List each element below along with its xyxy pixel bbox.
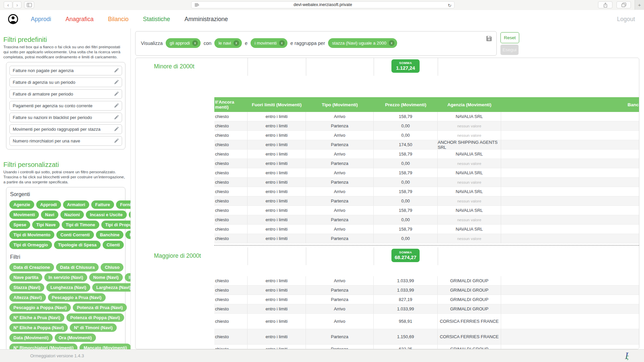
tab-overview-button[interactable] xyxy=(616,1,631,8)
new-tab-button[interactable]: + xyxy=(635,0,644,10)
table-row[interactable]: chiesto entro i limiti Arrivo 158,79 NAV… xyxy=(214,206,639,215)
table-row[interactable]: chiesto entro i limiti Partenza 632,25 G… xyxy=(214,345,639,349)
filter-pill[interactable]: Data di Chiusura xyxy=(56,263,99,272)
filter-pill[interactable]: Clienti xyxy=(103,241,124,249)
pencil-icon[interactable] xyxy=(114,115,119,120)
filter-pill[interactable]: IMO (Navi) xyxy=(125,273,131,282)
filter-pill[interactable]: N° Eliche a Poppa (Navi) xyxy=(9,323,68,332)
filter-pill[interactable]: Banchine xyxy=(96,231,124,239)
query-chip[interactable]: stazza (Navi) uguale a 2000 x xyxy=(328,38,397,48)
pencil-icon[interactable] xyxy=(114,127,119,132)
filter-pill[interactable]: Navi xyxy=(41,210,58,219)
nav-item[interactable]: Statistiche xyxy=(143,16,170,23)
sidebar-toggle-button[interactable] xyxy=(24,1,34,8)
query-chip[interactable]: le navi x xyxy=(214,38,242,48)
filter-pill[interactable]: Porti xyxy=(125,231,131,239)
filter-pill[interactable]: Fornitori xyxy=(116,200,131,209)
filter-pill[interactable]: Tipi di Ormeggio xyxy=(9,241,52,249)
filter-pill[interactable]: Incassi e Uscite xyxy=(86,210,127,219)
pencil-icon[interactable] xyxy=(114,138,119,143)
filter-pill[interactable]: Nome (Navi) xyxy=(89,273,123,282)
table-row[interactable]: chiesto entro i limiti Arrivo 158,79 NAV… xyxy=(214,149,639,159)
filter-pill[interactable]: Data (Movimenti) xyxy=(9,334,53,342)
query-chip[interactable]: i movimenti x xyxy=(251,38,287,48)
table-row[interactable]: chiesto entro i limiti Partenza 0,00 nes… xyxy=(214,159,639,168)
filter-pill[interactable]: Mancato (Movimenti) xyxy=(79,344,131,349)
filter-pill[interactable]: Conti Correnti xyxy=(56,231,94,239)
table-row[interactable]: chiesto entro i limiti Partenza 0,00 nes… xyxy=(214,234,639,243)
query-chip[interactable]: gli approdi x xyxy=(166,38,201,48)
table-row[interactable]: chiesto entro i limiti Partenza 0,00 nes… xyxy=(214,196,639,206)
table-row[interactable]: chiesto entro i limiti Arrivo 1.033,99 G… xyxy=(214,304,639,314)
table-row[interactable]: chiesto entro i limiti Partenza 174,50 A… xyxy=(214,140,639,149)
table-row[interactable]: chiesto entro i limiti Arrivo 958,91 COR… xyxy=(214,314,639,329)
filter-pill[interactable]: Pescaggio a Poppa (Navi) xyxy=(9,303,71,312)
table-row[interactable]: chiesto entro i limiti Arrivo 158,79 NAV… xyxy=(214,187,639,196)
user-logo-icon[interactable] xyxy=(8,14,18,24)
filter-pill[interactable]: Potenza di Prua (Navi) xyxy=(73,303,127,312)
predefined-filter[interactable]: Fatture su nazioni in blacklist per peri… xyxy=(9,113,122,122)
reader-icon[interactable] xyxy=(195,3,199,7)
pencil-icon[interactable] xyxy=(114,80,119,85)
save-icon[interactable] xyxy=(486,36,492,41)
table-row[interactable]: chiesto entro i limiti Arrivo 1.033,99 G… xyxy=(214,276,639,286)
browser-forward-button[interactable]: › xyxy=(13,1,21,8)
filter-pill[interactable]: Spese xyxy=(9,221,30,229)
filter-pill[interactable]: Altezza (Navi) xyxy=(9,293,46,302)
predefined-filter[interactable]: Fatture non pagate per agenzia xyxy=(9,66,122,75)
filter-pill[interactable]: In servizio (Navi) xyxy=(44,273,87,282)
nav-item[interactable]: Bilancio xyxy=(108,16,128,23)
nav-item[interactable]: Anagrafica xyxy=(65,16,94,23)
logout-link[interactable]: Logout xyxy=(617,10,635,28)
predefined-filter[interactable]: Pagamenti per agenzia su conto corrente xyxy=(9,101,122,111)
table-row[interactable]: chiesto entro i limiti Partenza 1.033,99… xyxy=(214,286,639,295)
table-row[interactable]: chiesto entro i limiti Arrivo 0,00 nessu… xyxy=(214,131,639,140)
filter-pill[interactable]: Pescaggio a Prua (Navi) xyxy=(48,293,106,302)
filter-pill[interactable]: Tipologie di Spesa xyxy=(54,241,101,249)
remove-icon[interactable]: x xyxy=(389,40,394,46)
filter-pill[interactable]: Lunghezza (Navi) xyxy=(46,283,90,292)
predefined-filter[interactable]: Numero rimorchiatori per una nave xyxy=(9,136,122,146)
filter-pill[interactable]: Persone xyxy=(129,210,131,219)
filter-pill[interactable]: Larghezza (Navi) xyxy=(92,283,131,292)
esegui-button[interactable]: Esegui xyxy=(500,45,519,55)
filter-pill[interactable]: Tipi Nave xyxy=(32,221,60,229)
pencil-icon[interactable] xyxy=(114,68,119,73)
table-row[interactable]: chiesto entro i limiti Partenza 0,00 nes… xyxy=(214,178,639,187)
filter-pill[interactable]: Approdi xyxy=(36,200,61,209)
filter-pill[interactable]: Fatture xyxy=(91,200,114,209)
filter-pill[interactable]: Potenza di Poppa (Navi) xyxy=(66,313,124,322)
predefined-filter[interactable]: Movimenti per periodo raggruppati per st… xyxy=(9,124,122,134)
nav-item[interactable]: Amministrazione xyxy=(184,16,228,23)
table-row[interactable]: chiesto entro i limiti Partenza 0,00 nes… xyxy=(214,121,639,131)
table-row[interactable]: chiesto entro i limiti Arrivo 158,79 NAV… xyxy=(214,112,639,121)
filter-pill[interactable]: N° Rimorchiatori (Movimenti) xyxy=(9,344,77,349)
filter-pill[interactable]: N° Eliche a Prua (Navi) xyxy=(9,313,64,322)
filter-pill[interactable]: Tipi di Timone xyxy=(62,221,99,229)
filter-pill[interactable]: N° di Timoni (Navi) xyxy=(70,323,116,332)
filter-pill[interactable]: Data di Creazione xyxy=(9,263,54,272)
filter-pill[interactable]: Stazza (Navi) xyxy=(9,283,44,292)
browser-back-button[interactable]: ‹ xyxy=(4,1,12,8)
remove-icon[interactable]: x xyxy=(279,40,285,46)
address-bar[interactable]: devl-webalex.inerziasoft.private ↻ xyxy=(191,1,454,8)
filter-pill[interactable]: Tipi di Movimento xyxy=(9,231,54,239)
nav-item[interactable]: Approdi xyxy=(31,16,51,23)
table-row[interactable]: chiesto entro i limiti Partenza 0,00 nes… xyxy=(214,215,639,225)
table-row[interactable]: chiesto entro i limiti Partenza 827,19 G… xyxy=(214,295,639,304)
filter-pill[interactable]: Agenzie xyxy=(9,200,34,209)
filter-pill[interactable]: Nazioni xyxy=(60,210,84,219)
share-button[interactable] xyxy=(598,1,612,8)
filter-pill[interactable]: Nave partita xyxy=(9,273,42,282)
predefined-filter[interactable]: Fatture di armatore per periodo xyxy=(9,89,122,99)
reset-button[interactable]: Reset xyxy=(500,32,519,43)
table-row[interactable]: chiesto entro i limiti Arrivo 158,79 NAV… xyxy=(214,168,639,178)
pencil-icon[interactable] xyxy=(114,103,119,108)
remove-icon[interactable]: x xyxy=(233,40,239,46)
pencil-icon[interactable] xyxy=(114,92,119,97)
filter-pill[interactable]: Tipi di Propulsione xyxy=(101,221,131,229)
predefined-filter[interactable]: Fatture di agenzia su un periodo xyxy=(9,77,122,87)
table-row[interactable]: chiesto entro i limiti Partenza 1.150,69… xyxy=(214,329,639,345)
filter-pill[interactable]: Armatori xyxy=(63,200,89,209)
filter-pill[interactable]: Ora (Movimenti) xyxy=(55,334,96,342)
